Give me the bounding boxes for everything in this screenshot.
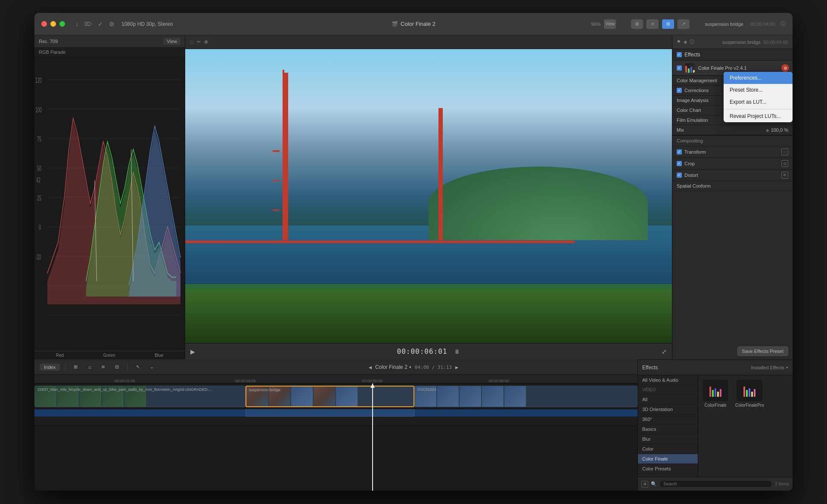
more-tools[interactable]: ⌄ [147,362,157,372]
colorfinale-icon [703,380,728,401]
transform-row[interactable]: ✓ Transform □ [672,146,793,158]
reveal-luts-item[interactable]: Reveal Project LUTs... [724,110,793,122]
tool-trim-icon[interactable]: ✂ [197,39,201,45]
bridge-deck-main [185,241,575,243]
minimize-button[interactable] [50,21,56,27]
clip-bicycle[interactable]: 22637_Man_ride_bicycle_down_and_up_bike_… [34,386,246,407]
crop-row[interactable]: ✓ Crop ⊡ [672,158,793,170]
category-360[interactable]: 360° [638,414,698,424]
main-video-track: 22637_Man_ride_bicycle_down_and_up_bike_… [34,383,637,409]
titlebar-center: 🎬 Color Finale 2 [392,21,435,27]
colorfinale-bars [709,384,721,397]
image-analysis-label: Image Analysis [677,98,709,103]
tl-next-btn[interactable]: ▸ [455,364,458,371]
check-circle-icon[interactable]: ✓ [98,21,103,28]
inspector-panel: ⚑ ◈ ⓘ suspension bridge 00:00:04:00 ✓ Ef… [672,35,793,359]
preferences-item[interactable]: Preferences... [724,72,793,84]
transform-checkbox[interactable]: ✓ [677,149,682,155]
close-button[interactable] [41,21,47,27]
effects-icons: ColorFinale [703,380,788,408]
category-color-finale[interactable]: Color Finale [638,454,698,464]
grid-toggle[interactable]: ⊞ [641,481,648,488]
info-icon[interactable]: ⓘ [780,20,786,28]
effects-dropdown-arrow[interactable]: ▾ [786,365,788,370]
category-color[interactable]: Color [638,444,698,454]
grid-view-btn[interactable]: ⊞ [631,19,643,29]
effects-checkbox[interactable]: ✓ [677,52,682,57]
audio-view-btn[interactable]: ♫ [84,362,95,372]
tag-icon[interactable]: ◈ [684,39,687,45]
plugin-settings-gear[interactable]: ⚙ [781,64,789,72]
select-tool[interactable]: ↖ [133,362,143,372]
plugin-section: ✓ Color Finale Pro v2.4.1 ⚙ Preferenc [672,61,793,136]
more-options-btn[interactable]: ⊟ [112,362,122,372]
category-color-presets[interactable]: Color Presets [638,464,698,474]
waveform-view-button[interactable]: View [163,38,180,45]
compositing-section-header: Compositing [672,136,793,146]
tl-dropdown-arrow[interactable]: ▾ [409,365,411,369]
crop-checkbox[interactable]: ✓ [677,161,682,166]
tool-select-icon[interactable]: □ [190,40,193,45]
plugin-dropdown-menu: Preferences... Preset Store... Export as… [724,72,793,122]
clip-suspension-bridge[interactable]: suspension bridge [246,386,414,407]
effect-colorfinale-pro[interactable]: ColorFinalePro [735,380,764,408]
inspector-info-icon[interactable]: ⓘ [690,39,694,45]
distort-row[interactable]: ✓ Distort ⧉ [672,170,793,181]
list-view-btn[interactable]: ≡ [647,19,659,29]
plugin-checkbox[interactable]: ✓ [677,65,682,71]
titlebar-tools: ↓ ⌦ ✓ ⚙ [75,21,115,28]
clip-dsc-label: DSC01013 [417,387,436,392]
key-icon[interactable]: ⌦ [84,21,92,27]
bridge-tower-left-main [284,73,288,240]
category-blur[interactable]: Blur [638,434,698,444]
fullscreen-btn[interactable]: ⤢ [662,348,667,355]
crop-label: Crop [684,161,695,166]
fullscreen-button[interactable] [59,21,65,27]
transport-play[interactable]: ▶ [190,348,195,355]
effects-search-row: ⊞ 🔍 2 Items [638,477,793,491]
timeline-clip-name[interactable]: Color Finale 2 ▾ [375,364,411,370]
save-effects-preset-button[interactable]: Save Effects Preset [737,346,788,356]
tl-clip-name-text: Color Finale 2 [375,364,407,370]
pause-button[interactable]: ⏸ [454,348,460,355]
timeline-ruler: 00:00:02:00 00:00:04:00 00:00:06:00 00:0… [34,375,637,383]
color-management-label: Color Management [677,78,717,83]
bridge-tower-right-main [438,108,443,240]
category-basics[interactable]: Basics [638,424,698,434]
category-all[interactable]: All [638,395,698,405]
category-3d[interactable]: 3D Orientation [638,405,698,414]
effects-browser: Effects Installed Effects ▾ All Video & … [637,359,793,491]
bridge-crossbeam-low [273,210,280,211]
flag-icon[interactable]: ⚑ [677,39,681,45]
gear-icon[interactable]: ⚙ [109,21,115,28]
category-all-video-audio[interactable]: All Video & Audio [638,375,698,385]
view-button[interactable]: View [604,19,616,29]
colorfinale-pro-bars [743,384,755,397]
rgb-parade-label: RGB Parade [34,48,185,56]
export-lut-item[interactable]: Export as LUT... [724,96,793,108]
clip-duration-right: 00:00:04:00 [763,40,788,45]
effects-browser-header: Effects Installed Effects ▾ [638,360,793,375]
effects-browser-content: All Video & Audio VIDEO All 3D Orientati… [638,375,793,477]
down-arrow-icon[interactable]: ↓ [75,21,78,28]
distort-checkbox[interactable]: ✓ [677,173,682,178]
clip-name-right: suspension bridge [722,40,761,45]
clip-view-btn[interactable]: ⊞ [71,362,81,372]
tl-prev-btn[interactable]: ◂ [369,364,372,371]
clip-dsc01013[interactable]: DSC01013 [414,386,637,407]
preset-store-item[interactable]: Preset Store... [724,84,793,96]
waveform-view-btn[interactable]: ≋ [98,362,109,372]
effect-colorfinale[interactable]: ColorFinale [703,380,728,408]
index-button[interactable]: Index [40,364,60,371]
corrections-label: Corrections [684,88,709,93]
waveform-panel: Rec. 709 View RGB Parade 120 [34,35,185,359]
effects-search-input[interactable] [659,480,772,488]
split-view-btn[interactable]: ⊟ [662,19,674,29]
corrections-checkbox[interactable]: ✓ [677,88,682,93]
export-btn[interactable]: ↗ [678,19,690,29]
category-comic-looks[interactable]: Comic Looks [638,474,698,477]
waveform-display: 120 100 75 50 42 25 0 -20 [34,56,185,351]
tool-more-icon[interactable]: ⊕ [204,39,208,45]
audio-track [34,409,637,417]
search-icon: 🔍 [651,481,657,487]
